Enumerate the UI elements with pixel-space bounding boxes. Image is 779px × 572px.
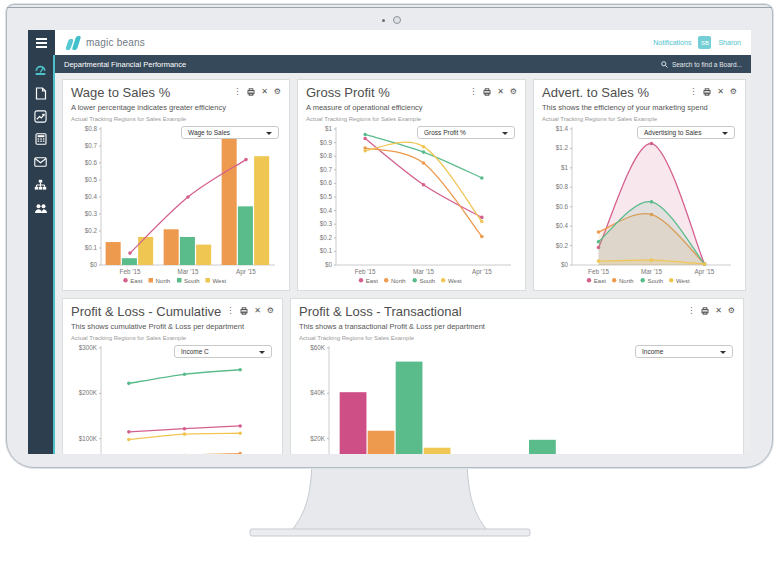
sidebar-item-reports[interactable] bbox=[34, 86, 48, 100]
brand-name: magic beans bbox=[86, 37, 145, 48]
svg-text:Mar '15: Mar '15 bbox=[413, 268, 434, 275]
svg-text:South: South bbox=[420, 278, 436, 284]
expand-icon[interactable]: ✕ bbox=[715, 307, 722, 315]
panel-tagline: Actual Tracking Regions for Sales Exampl… bbox=[306, 116, 517, 122]
users-icon bbox=[34, 203, 48, 214]
mail-icon bbox=[34, 157, 47, 167]
svg-text:East: East bbox=[130, 278, 142, 284]
metric-dropdown[interactable]: Wage to Sales bbox=[181, 126, 279, 139]
metric-dropdown[interactable]: Income bbox=[635, 345, 733, 358]
svg-text:North: North bbox=[391, 278, 406, 284]
expand-icon[interactable]: ✕ bbox=[717, 88, 724, 96]
chart-area: Income $0$20K$40K$60KFeb '15Mar '15Apr '… bbox=[299, 342, 735, 454]
panel-tagline: Actual Tracking Regions for Sales Exampl… bbox=[71, 335, 274, 341]
svg-text:$1: $1 bbox=[325, 125, 333, 132]
svg-text:Apr '15: Apr '15 bbox=[236, 268, 256, 276]
svg-text:$0.4: $0.4 bbox=[85, 193, 98, 200]
print-icon[interactable] bbox=[703, 88, 711, 96]
panel-subtitle: A lower percentage indicates greater eff… bbox=[71, 103, 281, 112]
svg-text:West: West bbox=[676, 278, 690, 284]
metric-dropdown[interactable]: Income C bbox=[174, 345, 272, 358]
avatar[interactable]: SB bbox=[698, 36, 711, 49]
chart-area: Income C $0$100K$200K$300KFeb '15Mar '15… bbox=[71, 342, 274, 454]
metric-dropdown[interactable]: Advertising to Sales bbox=[637, 126, 735, 139]
panel-pl-transactional: Profit & Loss - Transactional ⋮ ✕ ⚙ This… bbox=[290, 298, 744, 454]
notifications-link[interactable]: Notifications bbox=[653, 39, 691, 46]
svg-text:$0.2: $0.2 bbox=[556, 242, 569, 249]
svg-text:Mar '15: Mar '15 bbox=[641, 268, 662, 275]
username-link[interactable]: Sharon bbox=[718, 39, 741, 46]
svg-text:$0.1: $0.1 bbox=[320, 247, 333, 254]
monitor-bezel: magic beans Notifications SB Sharon bbox=[6, 4, 773, 468]
panel-tagline: Actual Tracking Regions for Sales Exampl… bbox=[542, 116, 737, 122]
search-icon bbox=[661, 61, 668, 68]
chart-icon bbox=[34, 110, 47, 123]
kebab-menu-icon[interactable]: ⋮ bbox=[689, 88, 697, 96]
svg-text:$0.8: $0.8 bbox=[85, 125, 98, 132]
svg-text:North: North bbox=[156, 278, 171, 284]
kebab-menu-icon[interactable]: ⋮ bbox=[226, 307, 234, 315]
print-icon[interactable] bbox=[483, 88, 491, 96]
sidebar-item-hierarchy[interactable] bbox=[34, 178, 48, 192]
svg-text:$0: $0 bbox=[561, 261, 569, 268]
dashboard-icon bbox=[34, 64, 47, 77]
svg-text:$0.2: $0.2 bbox=[320, 234, 333, 241]
svg-text:East: East bbox=[366, 278, 378, 284]
print-icon[interactable] bbox=[240, 307, 248, 315]
settings-gear-icon[interactable]: ⚙ bbox=[267, 307, 274, 315]
svg-text:$200K: $200K bbox=[79, 389, 98, 396]
svg-text:$0.5: $0.5 bbox=[85, 176, 98, 183]
sidebar-item-mail[interactable] bbox=[34, 155, 48, 169]
svg-text:$0: $0 bbox=[325, 261, 333, 268]
settings-gear-icon[interactable]: ⚙ bbox=[730, 88, 737, 96]
kebab-menu-icon[interactable]: ⋮ bbox=[233, 88, 241, 96]
hamburger-menu-icon[interactable] bbox=[28, 30, 55, 55]
panel-subtitle: This shows a transactional Profit & Loss… bbox=[299, 322, 735, 331]
kebab-menu-icon[interactable]: ⋮ bbox=[687, 307, 695, 315]
sidebar-item-analytics[interactable] bbox=[34, 109, 48, 123]
sidebar-item-calculator[interactable] bbox=[34, 132, 48, 146]
svg-text:West: West bbox=[213, 278, 227, 284]
panel-advert-to-sales: Advert. to Sales % ⋮ ✕ ⚙ This shows the … bbox=[533, 79, 746, 291]
settings-gear-icon[interactable]: ⚙ bbox=[274, 88, 281, 96]
svg-text:$0.6: $0.6 bbox=[85, 159, 98, 166]
svg-text:$0.3: $0.3 bbox=[320, 220, 333, 227]
settings-gear-icon[interactable]: ⚙ bbox=[728, 307, 735, 315]
svg-text:$0.7: $0.7 bbox=[320, 166, 333, 173]
desktop-mockup: { "topbar": { "brand": "magic beans", "n… bbox=[0, 0, 779, 572]
svg-text:Mar '15: Mar '15 bbox=[178, 268, 199, 275]
brand-logo[interactable]: magic beans bbox=[67, 36, 145, 50]
magic-beans-logo-icon bbox=[67, 36, 79, 50]
print-icon[interactable] bbox=[701, 307, 709, 315]
expand-icon[interactable]: ✕ bbox=[261, 88, 268, 96]
kebab-menu-icon[interactable]: ⋮ bbox=[469, 88, 477, 96]
board-titlebar: Departmental Financial Performance Searc… bbox=[55, 55, 751, 73]
svg-text:South: South bbox=[648, 278, 664, 284]
svg-text:$0.2: $0.2 bbox=[85, 227, 98, 234]
search-input[interactable]: Search to find a Board... bbox=[661, 61, 742, 68]
svg-text:$1: $1 bbox=[561, 164, 569, 171]
expand-icon[interactable]: ✕ bbox=[497, 88, 504, 96]
svg-text:$0.7: $0.7 bbox=[85, 142, 98, 149]
svg-text:$0.8: $0.8 bbox=[320, 152, 333, 159]
metric-dropdown[interactable]: Gross Profit % bbox=[417, 126, 515, 139]
sidebar-item-users[interactable] bbox=[34, 201, 48, 215]
panel-subtitle: This shows cumulative Profit & Loss per … bbox=[71, 322, 274, 331]
svg-text:Feb '15: Feb '15 bbox=[120, 268, 141, 275]
panel-wage-to-sales: Wage to Sales % ⋮ ✕ ⚙ A lower percentage… bbox=[62, 79, 290, 291]
panel-gross-profit: Gross Profit % ⋮ ✕ ⚙ A measure of operat… bbox=[297, 79, 526, 291]
svg-text:$60K: $60K bbox=[310, 344, 326, 351]
gross-profit-chart: $0$0.1$0.2$0.3$0.4$0.5$0.6$0.7$0.8$0.9$1… bbox=[306, 123, 519, 287]
panel-tagline: Actual Tracking Regions for Sales Exampl… bbox=[71, 116, 281, 122]
advert-to-sales-chart: $0$0.2$0.4$0.6$0.8$1$1.2$1.4Feb '15Mar '… bbox=[542, 123, 739, 287]
expand-icon[interactable]: ✕ bbox=[254, 307, 261, 315]
print-icon[interactable] bbox=[247, 88, 255, 96]
svg-text:South: South bbox=[184, 278, 200, 284]
search-placeholder: Search to find a Board... bbox=[672, 61, 742, 68]
svg-text:$0: $0 bbox=[90, 261, 98, 268]
sidebar-item-dashboard[interactable] bbox=[34, 63, 48, 77]
settings-gear-icon[interactable]: ⚙ bbox=[510, 88, 517, 96]
sitemap-icon bbox=[34, 179, 47, 191]
webcam-icon bbox=[382, 16, 401, 24]
svg-text:$40K: $40K bbox=[310, 389, 326, 396]
